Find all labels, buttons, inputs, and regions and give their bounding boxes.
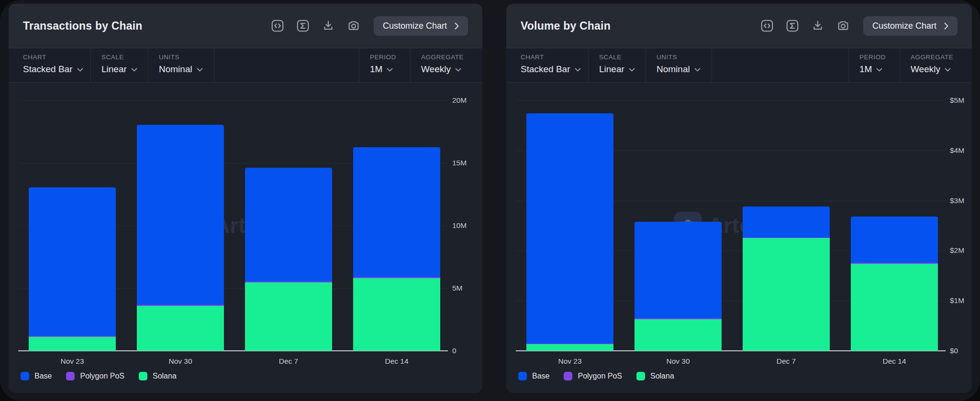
chevron-right-icon [944,22,948,30]
setting-label: UNITS [657,54,707,61]
y-axis-tick-label: $0 [950,347,972,355]
x-axis-label: Dec 7 [255,357,322,366]
setting-label: AGGREGATE [911,54,967,61]
bar-dec-14-polygon-pos[interactable] [851,263,938,264]
y-axis-tick-label: $2M [950,246,972,255]
setting-label: CHART [23,54,86,61]
chevron-down-icon [77,68,83,72]
customize-chart-button[interactable]: Customize Chart [863,16,958,36]
chevron-down-icon [575,68,581,72]
bar-nov-30-base[interactable] [635,222,722,318]
chart-type-dropdown[interactable]: CHART Stacked Bar [9,48,91,82]
chevron-down-icon [197,68,203,72]
setting-value: Linear [101,64,127,75]
bar-nov-30-base[interactable] [137,125,224,305]
setting-value: Weekly [421,64,451,75]
period-dropdown[interactable]: PERIOD 1M [359,48,411,82]
legend-item-base[interactable]: Base [518,372,549,380]
customize-chart-button[interactable]: Customize Chart [374,16,468,36]
x-axis-label: Dec 7 [753,357,820,366]
camera-icon[interactable] [835,18,851,33]
legend-item-polygon-pos[interactable]: Polygon PoS [564,372,622,380]
setting-label: UNITS [159,54,209,61]
bar-nov-23-polygon-pos[interactable] [526,344,613,345]
x-axis-label: Nov 30 [147,357,214,366]
bar-dec-7-polygon-pos[interactable] [743,238,830,238]
bar-nov-30-solana[interactable] [137,306,224,351]
setting-value: 1M [859,64,872,75]
gridline [516,100,946,101]
download-icon[interactable] [321,18,336,33]
chevron-down-icon [387,68,393,72]
bar-nov-23-base[interactable] [526,113,613,344]
setting-label: SCALE [101,54,143,61]
dashboard-page: Transactions by Chain [0,0,980,401]
bar-dec-14-solana[interactable] [851,264,938,351]
bar-dec-7-base[interactable] [743,206,830,238]
scale-dropdown[interactable]: SCALE Linear [589,48,646,82]
bar-nov-30-polygon-pos[interactable] [137,305,224,306]
setting-label: PERIOD [859,54,895,61]
legend-label: Polygon PoS [578,372,622,380]
bar-dec-7-solana[interactable] [245,282,332,351]
x-axis-label: Dec 14 [861,357,928,366]
download-icon[interactable] [810,18,825,33]
legend-swatch [564,372,572,380]
chart-legend: BasePolygon PoSSolana [518,372,674,380]
bar-nov-23-polygon-pos[interactable] [29,336,116,337]
legend-item-solana[interactable]: Solana [139,372,177,380]
bar-nov-30-polygon-pos[interactable] [635,318,722,319]
bar-dec-14-base[interactable] [353,147,440,277]
legend-item-base[interactable]: Base [21,372,52,380]
settings-spacer [214,48,359,82]
legend-item-solana[interactable]: Solana [636,372,674,380]
bar-dec-7-polygon-pos[interactable] [245,282,332,282]
y-axis-tick-label: 15M [452,159,482,167]
chart-type-dropdown[interactable]: CHART Stacked Bar [506,48,589,82]
aggregate-dropdown[interactable]: AGGREGATE Weekly [900,48,972,82]
setting-label: CHART [521,54,583,61]
volume-panel: Volume by Chain [506,4,972,393]
units-dropdown[interactable]: UNITS Nominal [148,48,214,82]
sigma-icon[interactable] [785,18,800,33]
bar-dec-7-base[interactable] [245,168,332,282]
bar-nov-23-solana[interactable] [29,337,116,351]
legend-label: Solana [650,372,674,380]
bar-nov-23-base[interactable] [29,187,116,336]
bar-dec-14-solana[interactable] [353,278,440,351]
units-dropdown[interactable]: UNITS Nominal [646,48,712,82]
bar-dec-7-solana[interactable] [743,238,830,351]
legend-swatch [518,372,527,380]
legend-item-polygon-pos[interactable]: Polygon PoS [66,372,124,380]
chart-settings-row: CHART Stacked Bar SCALE Linear UNITS Nom… [506,48,972,83]
setting-value: Linear [599,64,624,75]
sigma-icon[interactable] [295,18,311,33]
y-axis-tick-label: 10M [452,221,482,230]
chevron-down-icon [131,68,137,72]
chevron-down-icon [945,68,951,72]
period-dropdown[interactable]: PERIOD 1M [849,48,900,82]
x-axis-label: Nov 23 [39,357,106,366]
chevron-down-icon [876,68,882,72]
legend-label: Base [532,372,549,380]
y-axis-tick-label: 5M [452,284,482,293]
setting-value: Nominal [657,64,690,75]
code-icon[interactable] [759,18,775,33]
scale-dropdown[interactable]: SCALE Linear [91,48,148,82]
code-icon[interactable] [270,18,285,33]
legend-label: Solana [153,372,177,380]
bar-dec-14-polygon-pos[interactable] [353,277,440,278]
aggregate-dropdown[interactable]: AGGREGATE Weekly [411,48,482,82]
bar-nov-30-solana[interactable] [635,319,722,351]
bar-nov-23-solana[interactable] [526,344,613,351]
gridline [18,100,448,101]
bar-dec-14-base[interactable] [851,217,938,263]
legend-label: Polygon PoS [80,372,124,380]
panel-titlebar: Transactions by Chain [9,4,482,48]
legend-swatch [139,372,147,380]
y-axis-tick-label: $1M [950,296,972,305]
setting-value: Weekly [911,64,940,75]
camera-icon[interactable] [346,18,361,33]
chevron-down-icon [455,68,461,72]
customize-chart-label: Customize Chart [872,21,936,31]
